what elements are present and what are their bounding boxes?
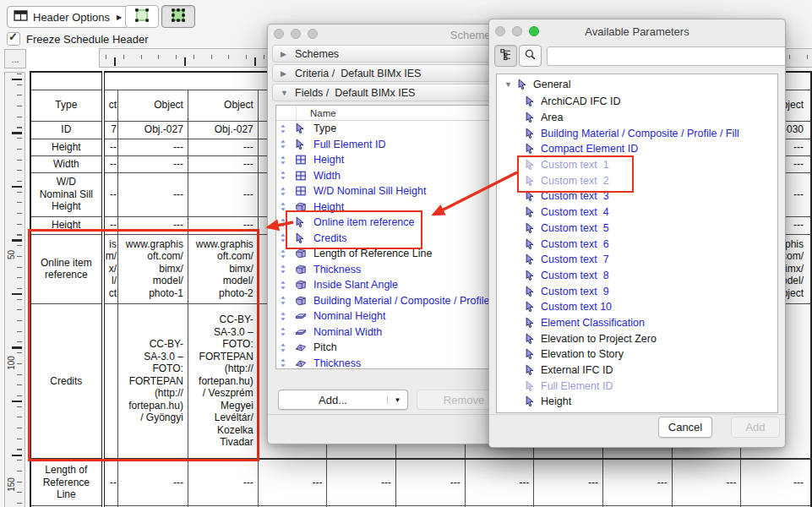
schedule-cell[interactable]: --- [672,459,741,505]
minimize-button[interactable] [512,26,522,36]
param-row-archicad-ifc-id[interactable]: ArchiCAD IFC ID [497,94,777,110]
param-row-compact-element-id[interactable]: Compact Element ID [497,141,777,157]
sort-handle-icon[interactable] [280,139,287,150]
schedule-cell[interactable]: --- [741,459,811,505]
schedule-cell[interactable]: -- [103,155,118,172]
schedule-cell[interactable]: www.graphis oft.com/ bimx/ model/ photo-… [117,234,188,303]
schedule-cell[interactable]: --- [465,459,534,505]
schedule-cell[interactable]: 7 [103,121,118,139]
disclosure-triangle-icon[interactable]: ▼ [504,80,512,89]
schedule-row-label[interactable]: Type [30,90,103,121]
param-row-area[interactable]: Area [497,110,777,126]
cancel-button[interactable]: Cancel [658,417,712,438]
zoom-button[interactable] [529,26,539,36]
param-row-custom-text-6[interactable]: Custom text 6 [497,236,777,252]
param-row-custom-text-3[interactable]: Custom text 3 [497,188,777,204]
schedule-cell[interactable]: --- [117,139,188,155]
schedule-cell[interactable] [103,303,118,459]
param-row-external-ifc-id[interactable]: External IFC ID [497,363,777,379]
param-row-custom-text-10[interactable]: Custom text 10 [497,299,777,315]
schedule-cell[interactable]: --- [258,459,327,505]
sort-handle-icon[interactable] [280,186,287,197]
param-row-full-element-id[interactable]: Full Element ID [497,378,777,394]
schedule-row-label[interactable]: Width [30,155,103,172]
schedule-cell[interactable]: --- [117,459,188,505]
available-parameters-titlebar[interactable]: Available Parameters [489,19,785,41]
param-row-height[interactable]: Height [497,394,777,410]
param-row-custom-text-2[interactable]: Custom text 2 [497,172,777,188]
sort-handle-icon[interactable] [280,248,287,259]
schedule-cell[interactable]: --- [117,155,188,172]
schedule-cell[interactable]: -- [103,172,118,216]
schedule-cell[interactable] [117,72,188,90]
marquee-corners-button[interactable] [125,5,159,28]
param-row-building-material-composite-profile-fill[interactable]: Building Material / Composite / Profile … [497,125,777,141]
schedule-cell[interactable]: www.graphis oft.com/ bimx/ model/ photo-… [188,234,258,303]
ruler-corner-button[interactable]: ... [4,49,26,68]
parameter-search-input[interactable] [547,46,786,66]
schedule-row-label[interactable] [30,72,103,90]
sort-handle-icon[interactable] [280,201,287,212]
schedule-cell[interactable]: --- [534,459,603,505]
param-row-elevation-to-story[interactable]: Elevation to Story [497,346,777,363]
freeze-schedule-header-checkbox[interactable]: ✓ [7,32,20,46]
param-row-custom-text-1[interactable]: Custom text 1 [497,157,777,173]
schedule-cell[interactable]: --- [188,216,258,234]
param-row-elevation-to-project-zero[interactable]: Elevation to Project Zero [497,330,777,346]
dropdown-arrow-icon[interactable]: ▼ [387,396,407,404]
sort-handle-icon[interactable] [280,295,287,306]
schedule-cell[interactable]: CC-BY- SA-3.0 – FOTO: FORTEPAN (http:// … [188,303,258,459]
schedule-cell[interactable]: -- [103,216,118,234]
schedule-cell[interactable]: --- [188,172,258,216]
param-row-custom-text-8[interactable]: Custom text 8 [497,268,777,284]
minimize-button[interactable] [291,29,301,39]
schedule-row-label[interactable]: Online item reference [30,234,103,303]
schedule-cell[interactable]: --- [396,459,466,505]
schedule-cell[interactable]: -- [103,139,118,155]
sort-handle-icon[interactable] [280,264,287,275]
schedule-row-label[interactable]: Height [30,139,103,155]
schedule-cell[interactable]: ct [103,90,118,121]
sort-handle-icon[interactable] [280,217,287,228]
sort-handle-icon[interactable] [280,232,287,243]
sort-handle-icon[interactable] [280,123,287,134]
sort-handle-icon[interactable] [280,326,287,337]
schedule-row-label[interactable]: Length of Reference Line [30,459,103,505]
add-parameter-button[interactable]: Add [731,417,780,438]
schedule-cell[interactable]: --- [188,139,258,155]
schedule-row-label[interactable]: Height [30,216,103,234]
add-fields-button[interactable]: Add... ▼ [278,390,408,410]
schedule-cell[interactable]: --- [117,172,188,216]
schedule-row-label[interactable]: W/D Nominal Sill Height [30,172,103,216]
tree-view-toggle-button[interactable] [494,45,517,67]
sort-handle-icon[interactable] [280,357,287,368]
schedule-cell[interactable]: Object [117,90,188,121]
tree-group-general[interactable]: ▼ General [497,74,777,94]
sort-handle-icon[interactable] [280,311,287,322]
schedule-cell[interactable]: Obj.-027 [188,121,258,139]
sort-handle-icon[interactable] [280,170,287,181]
schedule-cell[interactable]: --- [117,216,188,234]
schedule-cell[interactable] [103,72,118,90]
schedule-cell[interactable]: -- [103,459,118,505]
schedule-cell[interactable]: --- [188,459,258,505]
close-button[interactable] [274,29,284,39]
search-toggle-button[interactable] [519,45,542,67]
schedule-cell[interactable]: CC-BY- SA-3.0 – FOTO: FORTEPAN (http:// … [117,303,188,459]
sort-handle-icon[interactable] [280,155,287,166]
header-options-button[interactable]: Header Options ▶ [7,6,129,28]
schedule-cell[interactable] [188,72,258,90]
sort-handle-icon[interactable] [280,342,287,353]
marquee-handles-button[interactable] [161,5,195,28]
schedule-cell[interactable]: is m/ x/ l/ ct [103,234,118,303]
zoom-button[interactable] [308,29,318,39]
param-row-custom-text-4[interactable]: Custom text 4 [497,204,777,221]
schedule-cell[interactable]: Object [188,90,258,121]
schedule-cell[interactable]: --- [327,459,396,505]
schedule-row-label[interactable]: Credits [30,303,103,459]
schedule-cell[interactable]: --- [188,155,258,172]
schedule-cell[interactable]: Obj.-027 [117,121,188,139]
param-row-custom-text-5[interactable]: Custom text 5 [497,221,777,237]
schedule-cell[interactable]: --- [603,459,673,505]
param-row-custom-text-7[interactable]: Custom text 7 [497,252,777,268]
